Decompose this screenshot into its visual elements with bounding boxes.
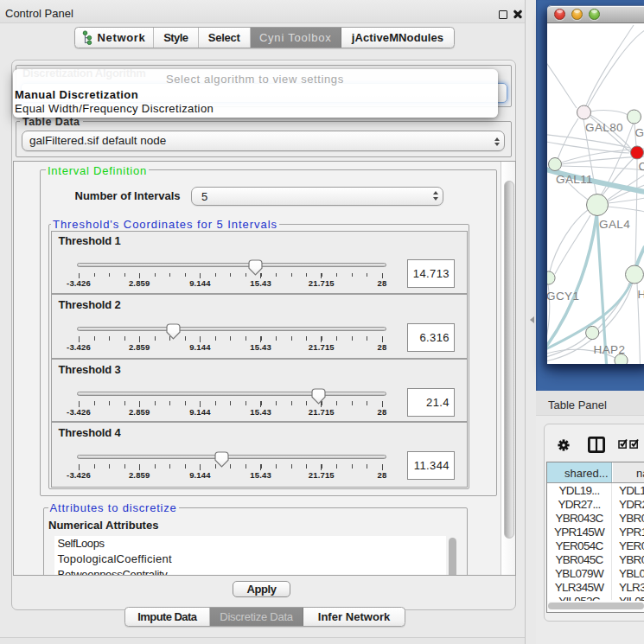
svg-text:C: C bbox=[638, 160, 644, 173]
svg-text:GAL4: GAL4 bbox=[599, 218, 630, 231]
svg-text:H: H bbox=[637, 288, 644, 301]
svg-text:HAP2: HAP2 bbox=[593, 343, 625, 356]
svg-text:GAL80: GAL80 bbox=[585, 121, 623, 134]
svg-text:GA: GA bbox=[634, 126, 644, 139]
svg-text:GAL11: GAL11 bbox=[556, 173, 593, 186]
svg-text:GCY1: GCY1 bbox=[547, 290, 579, 303]
